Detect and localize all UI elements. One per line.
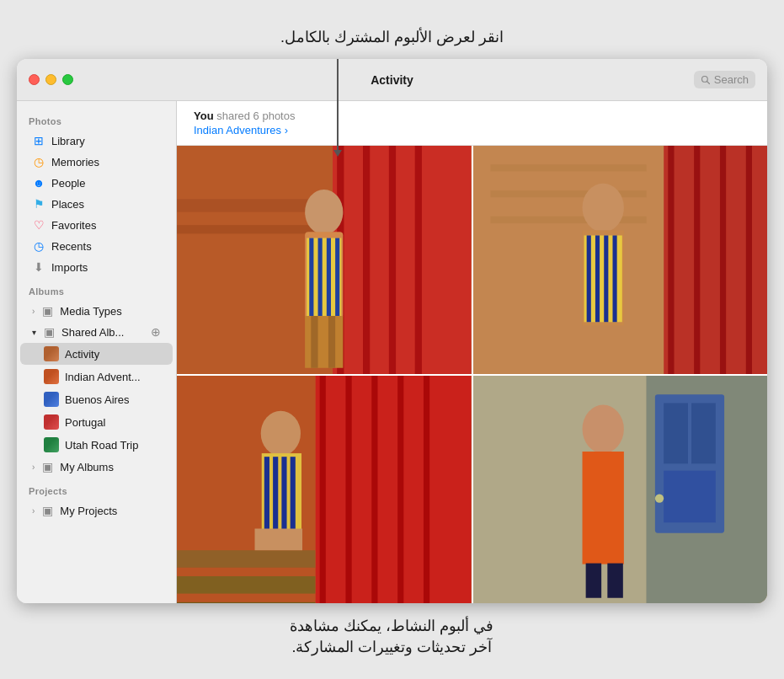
people-icon: ☻ — [32, 176, 45, 190]
photos-section-label: Photos — [17, 108, 176, 130]
indian-adventures-thumb-icon — [44, 369, 59, 384]
memories-label: Memories — [51, 156, 99, 168]
album-link[interactable]: Indian Adventures — [194, 124, 750, 136]
recents-icon: ◷ — [32, 239, 45, 253]
svg-point-11 — [305, 190, 343, 234]
svg-rect-16 — [327, 238, 331, 317]
svg-rect-48 — [177, 576, 315, 594]
activity-thumb-icon — [44, 346, 59, 361]
places-icon: ⚑ — [32, 197, 45, 211]
sidebar-item-places[interactable]: ⚑ Places — [20, 194, 173, 214]
activity-header: You shared 6 photos Indian Adventures — [177, 101, 767, 146]
svg-rect-26 — [719, 146, 725, 374]
search-icon — [701, 75, 711, 85]
sidebar-item-imports[interactable]: ⬇ Imports — [20, 257, 173, 277]
photo-cell-3[interactable] — [177, 376, 472, 604]
svg-line-1 — [707, 81, 709, 83]
sidebar-item-my-albums[interactable]: › ▣ My Albums — [20, 457, 173, 477]
shared-albums-label: Shared Alb... — [61, 326, 124, 339]
memories-icon: ◷ — [32, 155, 45, 168]
my-albums-expand-icon: › — [32, 462, 35, 472]
indian-adventures-label: Indian Advent... — [65, 371, 141, 383]
sidebar-item-buenos-aires[interactable]: Buenos Aires — [20, 388, 173, 410]
svg-rect-56 — [255, 528, 303, 550]
albums-section-label: Albums — [17, 278, 176, 300]
svg-rect-25 — [694, 146, 700, 374]
main-window: Activity Search Photos ⊞ Library ◷ Memor… — [17, 59, 767, 603]
svg-rect-52 — [264, 457, 269, 540]
photo-1-svg — [177, 146, 472, 374]
utah-road-trip-label: Utah Road Trip — [65, 439, 138, 452]
photo-cell-4[interactable] — [473, 376, 768, 604]
svg-rect-62 — [664, 403, 688, 463]
media-types-icon: ▣ — [40, 304, 54, 318]
content-area: Photos ⊞ Library ◷ Memories ☻ People ⚑ P… — [17, 101, 767, 603]
svg-rect-63 — [691, 403, 716, 463]
sidebar-item-activity[interactable]: Activity — [20, 343, 173, 365]
svg-rect-35 — [586, 235, 590, 322]
photo-3-svg — [177, 376, 472, 604]
svg-rect-42 — [345, 376, 351, 604]
buenos-aires-thumb-icon — [44, 392, 59, 407]
svg-rect-17 — [335, 238, 339, 317]
projects-section-label: Projects — [17, 478, 176, 500]
media-types-label: Media Types — [60, 305, 121, 318]
favorites-label: Favorites — [51, 219, 96, 232]
sidebar-item-my-projects[interactable]: › ▣ My Projects — [20, 500, 173, 521]
svg-rect-67 — [582, 452, 623, 564]
svg-rect-40 — [315, 376, 471, 604]
sidebar: Photos ⊞ Library ◷ Memories ☻ People ⚑ P… — [17, 101, 177, 603]
sidebar-item-indian-adventures[interactable]: Indian Advent... — [20, 366, 173, 388]
svg-rect-30 — [490, 190, 646, 197]
people-label: People — [51, 177, 85, 190]
my-projects-label: My Projects — [60, 505, 117, 517]
sidebar-item-library[interactable]: ⊞ Library — [20, 131, 173, 151]
portugal-thumb-icon — [44, 414, 59, 430]
svg-point-65 — [654, 494, 663, 502]
sidebar-item-shared-albums[interactable]: ▾ ▣ Shared Alb... ⊕ — [20, 322, 173, 342]
photo-cell-1[interactable] — [177, 146, 472, 374]
svg-rect-43 — [371, 376, 377, 604]
portugal-label: Portugal — [65, 416, 105, 429]
svg-rect-44 — [397, 376, 403, 604]
sidebar-item-people[interactable]: ☻ People — [20, 173, 173, 193]
svg-rect-41 — [320, 376, 326, 604]
photo-2-svg — [473, 146, 768, 374]
svg-rect-68 — [585, 563, 601, 597]
svg-rect-37 — [604, 235, 608, 322]
svg-rect-6 — [363, 146, 370, 374]
sidebar-item-media-types[interactable]: › ▣ Media Types — [20, 301, 173, 321]
svg-rect-8 — [415, 146, 422, 374]
svg-rect-64 — [664, 470, 716, 522]
svg-rect-29 — [490, 164, 646, 171]
svg-point-32 — [582, 184, 623, 233]
shared-count-text: shared 6 photos — [216, 110, 295, 122]
svg-rect-54 — [281, 457, 286, 540]
favorites-icon: ♡ — [32, 218, 45, 232]
svg-rect-15 — [318, 238, 323, 317]
svg-rect-45 — [424, 376, 429, 604]
svg-point-66 — [582, 404, 623, 453]
svg-rect-38 — [612, 235, 616, 322]
utah-road-trip-thumb-icon — [44, 437, 59, 452]
svg-rect-20 — [328, 316, 335, 368]
library-icon: ⊞ — [32, 134, 45, 147]
shared-by-you: You — [194, 110, 214, 122]
imports-icon: ⬇ — [32, 260, 45, 274]
sidebar-item-favorites[interactable]: ♡ Favorites — [20, 215, 173, 235]
activity-label: Activity — [65, 348, 99, 361]
sidebar-item-portugal[interactable]: Portugal — [20, 411, 173, 433]
shared-albums-add-icon[interactable]: ⊕ — [151, 325, 161, 339]
library-label: Library — [51, 135, 85, 147]
sidebar-item-memories[interactable]: ◷ Memories — [20, 152, 173, 172]
sidebar-item-utah-road-trip[interactable]: Utah Road Trip — [20, 434, 173, 456]
svg-rect-27 — [745, 146, 751, 374]
main-view: You shared 6 photos Indian Adventures — [177, 101, 767, 603]
my-albums-label: My Albums — [60, 461, 114, 473]
my-projects-icon: ▣ — [40, 504, 54, 517]
svg-rect-47 — [177, 550, 315, 568]
sidebar-item-recents[interactable]: ◷ Recents — [20, 236, 173, 256]
photo-cell-2[interactable] — [473, 146, 768, 374]
imports-label: Imports — [51, 261, 88, 274]
svg-rect-14 — [309, 238, 313, 317]
